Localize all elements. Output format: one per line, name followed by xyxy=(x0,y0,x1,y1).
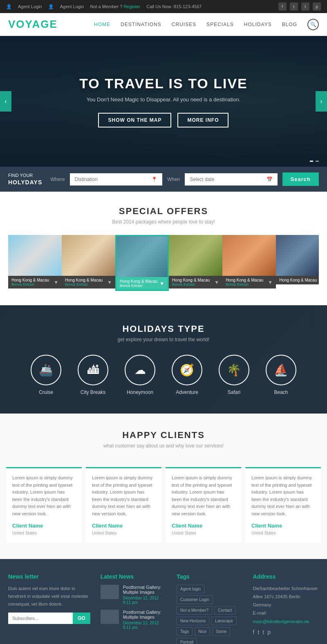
twitter-icon[interactable]: t xyxy=(290,2,298,11)
holydays-text: HOLYDAYS xyxy=(8,179,42,186)
hero-section: ‹ TO TRAVEL IS TO LIVE You Don't Need Ma… xyxy=(0,36,327,167)
type-beach[interactable]: ⛵ Beach xyxy=(266,355,296,395)
cruise-icon: 🚢 xyxy=(31,355,61,385)
logo[interactable]: VOYAGE xyxy=(8,18,58,31)
type-cruise[interactable]: 🚢 Cruise xyxy=(31,355,61,395)
more-info-button[interactable]: MORE INFO xyxy=(177,113,228,127)
logo-rest: OYAGE xyxy=(16,18,58,30)
offer-card-4[interactable]: Hong Kong & Macau Bonus Extras! ▼ xyxy=(169,235,222,291)
offer-caption-5: Hong Kong & Macau Bonus Extras! ▼ xyxy=(222,276,276,288)
safari-label: Safari xyxy=(219,389,249,395)
client-name-1: Client Name xyxy=(12,522,76,530)
footer-tumblr-icon[interactable]: t xyxy=(262,629,264,635)
destination-field[interactable]: 📍 xyxy=(70,173,162,186)
offer-expand-icon-3[interactable]: ▼ xyxy=(159,281,164,286)
not-member-text: Not a Member ? Register xyxy=(90,4,140,9)
offer-card-5[interactable]: Hong Kong & Macau Bonus Extras! ▼ xyxy=(222,235,276,291)
type-city-breaks[interactable]: 🏙 City Breaks xyxy=(78,355,108,395)
hero-dot-2[interactable] xyxy=(316,161,319,162)
client-card-2: Lorem ipsum is simply dummy text of the … xyxy=(86,467,161,543)
tag-new-horizons[interactable]: New Horizons xyxy=(177,617,209,625)
footer-pinterest-icon[interactable]: p xyxy=(267,629,271,635)
agent-login-1[interactable]: Agent Login xyxy=(18,4,42,9)
nav-home[interactable]: HOME xyxy=(94,22,110,27)
logo-v: V xyxy=(8,18,16,30)
offer-caption-2: Hong Kong & Macau Bonus Extras! ▼ xyxy=(62,276,115,288)
tags-grid: Agent login Customer Login Not a Member?… xyxy=(177,585,242,644)
news-date-2: December 12, 2012 · 9:11 pm xyxy=(123,621,166,630)
offer-card-6[interactable]: Hong Kong & Macau xyxy=(276,235,319,291)
hero-title: TO TRAVEL IS TO LIVE xyxy=(79,76,248,92)
cruise-label: Cruise xyxy=(31,389,61,395)
type-icons-grid: 🚢 Cruise 🏙 City Breaks ☁ Honeymoon 🧭 Adv… xyxy=(8,355,319,395)
date-input[interactable] xyxy=(190,177,266,182)
tag-some[interactable]: Some xyxy=(212,627,230,636)
news-title-2[interactable]: Postformat Gallery: Multiple Images xyxy=(123,610,166,619)
hero-prev-button[interactable]: ‹ xyxy=(0,91,11,112)
tag-nice[interactable]: Nice xyxy=(195,627,210,636)
tag-portrait[interactable]: Portrait xyxy=(177,638,197,644)
agent-login-2[interactable]: Agent Login xyxy=(60,4,84,9)
tumblr-icon[interactable]: t xyxy=(301,2,309,11)
type-safari[interactable]: 🌴 Safari xyxy=(219,355,249,395)
hero-buttons: SHOW ON THE MAP MORE INFO xyxy=(79,113,248,127)
offer-title-1: Hong Kong & Macau xyxy=(11,278,54,282)
tag-contact[interactable]: Contact xyxy=(214,606,235,615)
news-date-1: December 12, 2012 · 9:11 pm xyxy=(123,596,166,605)
date-field[interactable]: 📅 xyxy=(185,173,277,186)
adventure-icon: 🧭 xyxy=(172,355,202,385)
footer-facebook-icon[interactable]: f xyxy=(253,629,255,635)
nav-holidays[interactable]: HOLIDAYS xyxy=(244,22,272,27)
search-button[interactable]: Search xyxy=(282,172,319,186)
nav-destinations[interactable]: DESTINATIONS xyxy=(121,22,161,27)
tag-lanscape[interactable]: Lanscape xyxy=(211,617,236,625)
tag-customer-login[interactable]: Customer Login xyxy=(177,595,213,604)
facebook-icon[interactable]: f xyxy=(278,2,287,11)
client-card-3: Lorem ipsum is simply dummy text of the … xyxy=(166,467,241,543)
client-loc-1: United States xyxy=(12,530,76,537)
offer-image-1 xyxy=(8,235,62,276)
hero-dots xyxy=(310,161,319,162)
pinterest-icon[interactable]: p xyxy=(313,2,321,11)
offer-expand-icon-4[interactable]: ▼ xyxy=(214,280,219,285)
call-text: Call Us Now :815-123-4567 xyxy=(146,4,202,9)
footer-grid: News letter Duis autem vel eum iriure do… xyxy=(8,573,319,644)
footer-twitter-icon[interactable]: t xyxy=(258,629,259,635)
register-link[interactable]: Register xyxy=(123,4,140,9)
top-bar-left: 👤 Agent Login 👤 Agent Login Not a Member… xyxy=(6,4,202,9)
nav-specials[interactable]: SPECIALS xyxy=(206,22,234,27)
footer-newsletter: News letter Duis autem vel eum iriure do… xyxy=(8,573,90,644)
news-title-1[interactable]: Postformat Gallery: Multiple Images xyxy=(123,585,166,595)
nav-blog[interactable]: BLOG xyxy=(282,22,297,27)
navbar: VOYAGE HOME DESTINATIONS CRUISES SPECIAL… xyxy=(0,13,327,36)
offer-title-4: Hong Kong & Macau xyxy=(172,278,214,282)
search-icon[interactable]: 🔍 xyxy=(307,19,319,30)
news-thumb-2 xyxy=(101,610,119,624)
type-adventure[interactable]: 🧭 Adventure xyxy=(172,355,202,395)
offer-card-1[interactable]: Hong Kong & Macau Bonus Extras! ▼ xyxy=(8,235,62,291)
tag-agent-login[interactable]: Agent login xyxy=(177,585,204,593)
hero-dot-1[interactable] xyxy=(310,161,313,162)
address-email[interactable]: moin@blindtextgenerator.de xyxy=(253,619,309,624)
hero-next-button[interactable]: › xyxy=(316,91,327,112)
offer-card-3[interactable]: Hong Kong & Macau Bonus Extras! ▼ xyxy=(115,235,169,291)
when-label: When xyxy=(167,177,180,182)
offer-card-2[interactable]: Hong Kong & Macau Bonus Extras! ▼ xyxy=(62,235,115,291)
tag-tags[interactable]: Tags xyxy=(177,627,193,636)
nav-cruises[interactable]: CRUISES xyxy=(172,22,196,27)
client-loc-2: United States xyxy=(92,530,155,537)
newsletter-button[interactable]: GO xyxy=(73,613,90,624)
type-honeymoon[interactable]: ☁ Honeymoon xyxy=(125,355,155,395)
city-label: City Breaks xyxy=(78,389,108,395)
offer-caption-4: Hong Kong & Macau Bonus Extras! ▼ xyxy=(169,276,222,288)
news-item-2: Postformat Gallery: Multiple Images Dece… xyxy=(101,610,166,630)
show-on-map-button[interactable]: SHOW ON THE MAP xyxy=(98,113,171,127)
newsletter-input[interactable] xyxy=(8,613,73,624)
tag-not-member[interactable]: Not a Member? xyxy=(177,606,212,615)
agent-icon-2: 👤 xyxy=(48,4,54,9)
offer-expand-icon-2[interactable]: ▼ xyxy=(107,280,112,285)
offer-expand-icon-1[interactable]: ▼ xyxy=(54,280,58,285)
destination-input[interactable] xyxy=(75,177,151,182)
client-card-4: Lorem ipsum is simply dummy text of the … xyxy=(245,467,321,543)
offer-expand-icon-5[interactable]: ▼ xyxy=(268,280,273,285)
